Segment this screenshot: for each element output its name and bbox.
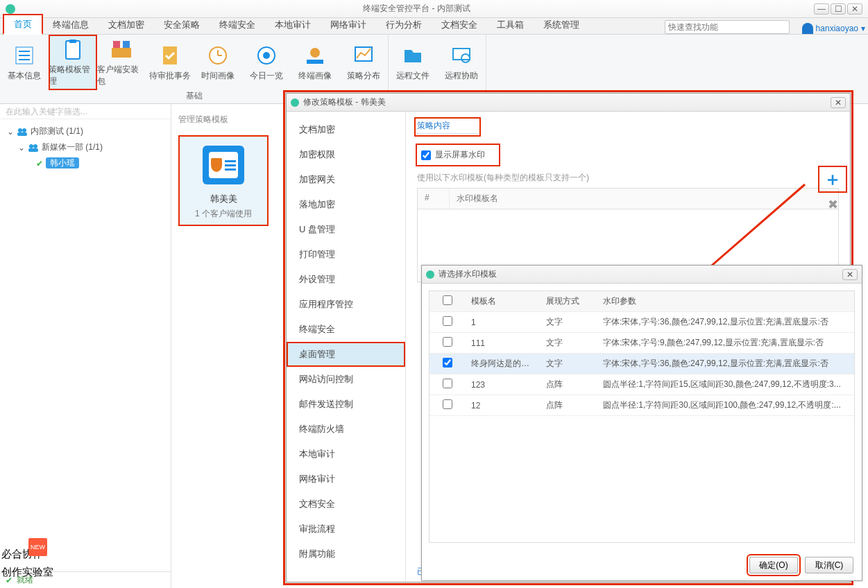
tree-node-dept[interactable]: ⌄ 新媒体一部 (1/1) [3, 139, 168, 155]
tab-terminal-info[interactable]: 终端信息 [43, 16, 99, 34]
ribbon-label: 今日一览 [250, 70, 283, 82]
ribbon-policy-template-mgmt[interactable]: 策略模板管理 [49, 35, 97, 90]
row-checkbox[interactable] [443, 379, 452, 388]
ribbon-policy-distribution[interactable]: 策略分布 [339, 35, 388, 90]
side-nav-item[interactable]: 终端安全 [287, 317, 405, 342]
side-nav-item[interactable]: 网站访问控制 [287, 367, 405, 392]
side-nav-item[interactable]: 桌面管理 [287, 342, 405, 367]
chevron-down-icon: ⌄ [18, 143, 25, 153]
side-nav-item[interactable]: 审批流程 [287, 517, 405, 542]
tab-local-audit[interactable]: 本地审计 [265, 16, 321, 34]
svg-point-21 [22, 128, 26, 132]
dialog-titlebar[interactable]: 修改策略模板 - 韩美美 ✕ [287, 94, 850, 112]
ribbon-remote-file[interactable]: 远程文件 [389, 35, 437, 90]
side-nav-item[interactable]: 落地加密 [287, 192, 405, 217]
ribbon-approval-tasks[interactable]: 待审批事务 [146, 35, 194, 90]
side-nav-item[interactable]: 附属功能 [287, 542, 405, 567]
ok-button[interactable]: 确定(O) [749, 557, 798, 573]
svg-rect-22 [17, 132, 27, 136]
side-nav-item[interactable]: 网络审计 [287, 467, 405, 492]
tab-network-audit[interactable]: 网络审计 [321, 16, 376, 34]
row-checkbox[interactable] [443, 316, 452, 326]
dialog-close-button[interactable]: ✕ [842, 269, 858, 280]
col-params: 水印参数 [597, 291, 854, 311]
side-nav-item[interactable]: 外设管理 [287, 267, 405, 292]
side-nav-item[interactable]: 打印管理 [287, 242, 405, 267]
tree-node-user[interactable]: ✔ 韩小瑶 [3, 155, 168, 171]
side-nav-item[interactable]: 文档安全 [287, 492, 405, 517]
side-nav-item[interactable]: 邮件发送控制 [287, 392, 405, 417]
side-nav-item[interactable]: 应用程序管控 [287, 292, 405, 317]
grid-row[interactable]: 终身阿达是的有...文字字体:宋体,字号:36,颜色:247,99,12,显示位… [429, 354, 854, 374]
window-title: 终端安全管控平台 - 内部测试 [19, 3, 814, 15]
tree-node-root[interactable]: ⌄ 内部测试 (1/1) [3, 123, 168, 139]
row-checkbox[interactable] [443, 337, 452, 347]
close-button[interactable]: ✕ [847, 3, 862, 15]
tab-home[interactable]: 首页 [3, 14, 43, 35]
show-watermark-checkbox[interactable] [421, 150, 431, 160]
template-card[interactable]: 韩美美 1 个客户端使用 [178, 135, 269, 226]
cell-params: 圆点半径:1,字符间距15,区域间距30,颜色:247,99,12,不透明度:3… [597, 374, 854, 395]
svg-point-23 [29, 144, 33, 148]
search-input[interactable] [665, 20, 790, 34]
tab-terminal-security[interactable]: 终端安全 [210, 16, 265, 34]
ribbon-label: 客户端安装包 [97, 64, 146, 87]
minimize-button[interactable]: — [814, 3, 829, 15]
side-nav-item[interactable]: 本地审计 [287, 442, 405, 467]
wm-col-name: 水印模板名 [450, 189, 838, 209]
remove-watermark-button[interactable]: ✖ [828, 197, 838, 212]
svg-point-16 [310, 48, 320, 58]
cell-params: 圆点半径:1,字符间距30,区域间距100,颜色:247,99,12,不透明度:… [597, 395, 854, 415]
tab-doc-security[interactable]: 文档安全 [432, 16, 487, 34]
show-watermark-label: 显示屏幕水印 [435, 149, 485, 161]
dialog-close-button[interactable]: ✕ [831, 97, 846, 108]
tree-label: 韩小瑶 [46, 157, 79, 168]
side-nav-item[interactable]: 终端防火墙 [287, 417, 405, 442]
ribbon-time-portrait[interactable]: 时间画像 [194, 35, 243, 90]
svg-rect-4 [66, 41, 80, 59]
add-watermark-button[interactable]: ＋ [819, 167, 846, 191]
side-nav-item[interactable]: 加密权限 [287, 142, 405, 167]
tree-filter-input[interactable]: 在此输入关键字筛选... [0, 104, 171, 119]
tab-doc-encrypt[interactable]: 文档加密 [99, 16, 154, 34]
cell-mode: 文字 [541, 333, 597, 353]
tab-behavior-analysis[interactable]: 行为分析 [376, 16, 432, 34]
grid-row[interactable]: 12点阵圆点半径:1,字符间距30,区域间距100,颜色:247,99,12,不… [429, 395, 854, 416]
app-logo-icon [426, 270, 434, 279]
col-display-mode: 展现方式 [541, 291, 597, 311]
row-checkbox[interactable] [443, 358, 452, 368]
svg-rect-25 [28, 148, 38, 152]
ribbon-label: 策略分布 [347, 70, 380, 82]
tab-security-policy[interactable]: 安全策略 [154, 16, 210, 34]
svg-point-24 [33, 144, 37, 148]
cancel-button[interactable]: 取消(C) [805, 557, 853, 573]
ribbon-remote-assist[interactable]: 远程协助 [437, 35, 486, 90]
magnify-monitor-icon [450, 44, 473, 67]
ribbon-today[interactable]: 今日一览 [242, 35, 291, 90]
side-nav-item[interactable]: 加密网关 [287, 167, 405, 192]
svg-rect-8 [123, 41, 130, 48]
boxes-icon [110, 37, 133, 61]
footer-text: 必合协作NEW 创作实验室 [1, 545, 53, 581]
ribbon-client-installer[interactable]: 客户端安装包 [97, 35, 146, 90]
tab-system-management[interactable]: 系统管理 [534, 16, 589, 34]
tab-tools[interactable]: 工具箱 [487, 16, 534, 34]
grid-row[interactable]: 1文字字体:宋体,字号:36,颜色:247,99,12,显示位置:充满,置底显示… [429, 312, 854, 333]
grid-row[interactable]: 111文字字体:宋体,字号:9,颜色:247,99,12,显示位置:充满,置底显… [429, 333, 854, 354]
side-nav-item[interactable]: U 盘管理 [287, 217, 405, 242]
user-menu[interactable]: hanxiaoyao ▾ [802, 23, 865, 34]
grid-row[interactable]: 123点阵圆点半径:1,字符间距15,区域间距30,颜色:247,99,12,不… [429, 374, 854, 395]
maximize-button[interactable]: ☐ [831, 3, 846, 15]
chart-icon [352, 44, 375, 67]
side-nav-item[interactable]: 文档加密 [287, 117, 405, 142]
ribbon-terminal-portrait[interactable]: 终端画像 [291, 35, 339, 90]
select-all-checkbox[interactable] [443, 295, 452, 305]
ribbon-basic-info[interactable]: 基本信息 [0, 35, 49, 90]
list-icon [12, 44, 36, 67]
ribbon-label: 时间画像 [201, 70, 235, 82]
clipboard-icon [61, 37, 85, 61]
row-checkbox[interactable] [443, 399, 452, 409]
svg-rect-5 [69, 40, 76, 43]
group-icon [28, 143, 39, 153]
dialog-titlebar[interactable]: 请选择水印模板 ✕ [422, 266, 862, 284]
